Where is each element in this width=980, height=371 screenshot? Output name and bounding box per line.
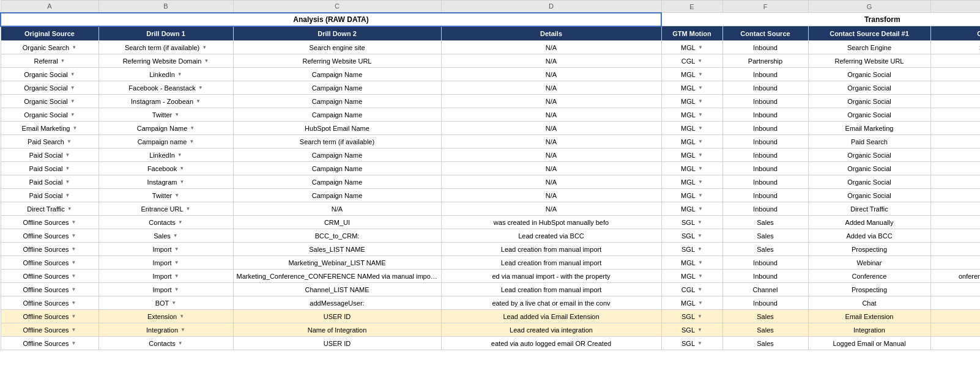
dropdown-icon[interactable]: ▼ [697, 233, 702, 238]
cell-c-11[interactable]: Campaign Name [233, 175, 441, 189]
cell-c-13[interactable]: N/A [233, 202, 441, 216]
cell-d-1[interactable]: N/A [441, 41, 661, 54]
cell-a-2[interactable]: Referral▼ [1, 54, 98, 68]
cell-b-8[interactable]: Campaign name▼ [98, 135, 233, 149]
cell-g-5[interactable]: Organic Social [808, 95, 930, 108]
cell-h-22[interactable]: Name of Integration [930, 323, 980, 337]
cell-f-6[interactable]: Inbound [722, 108, 808, 122]
dropdown-icon[interactable]: ▼ [179, 314, 184, 319]
cell-c-1[interactable]: Search engine site [233, 41, 441, 54]
dropdown-icon[interactable]: ▼ [178, 219, 183, 225]
dropdown-icon[interactable]: ▼ [72, 273, 76, 279]
dropdown-icon[interactable]: ▼ [190, 125, 195, 131]
cell-d-12[interactable]: N/A [441, 189, 661, 202]
cell-e-3[interactable]: MGL▼ [661, 68, 722, 81]
dropdown-icon[interactable]: ▼ [698, 300, 703, 306]
cell-e-7[interactable]: MGL▼ [661, 122, 722, 135]
dropdown-icon[interactable]: ▼ [174, 260, 179, 265]
cell-d-18[interactable]: ed via manual import - with the property [441, 270, 661, 283]
dropdown-icon[interactable]: ▼ [72, 45, 76, 50]
cell-c-15[interactable]: BCC_to_CRM: [233, 229, 441, 243]
cell-d-10[interactable]: N/A [441, 162, 661, 175]
dropdown-icon[interactable]: ▼ [72, 246, 76, 252]
cell-b-18[interactable]: Import▼ [98, 270, 233, 283]
cell-b-14[interactable]: Contacts▼ [98, 216, 233, 229]
cell-e-20[interactable]: MGL▼ [661, 296, 722, 310]
dropdown-icon[interactable]: ▼ [698, 179, 703, 185]
cell-a-14[interactable]: Offline Sources▼ [1, 216, 98, 229]
col-letter-e[interactable]: E [661, 1, 722, 13]
cell-g-19[interactable]: Prospecting [808, 283, 930, 296]
cell-e-13[interactable]: MGL▼ [661, 202, 722, 216]
cell-g-11[interactable]: Organic Social [808, 175, 930, 189]
cell-h-8[interactable] [930, 135, 980, 149]
cell-a-5[interactable]: Organic Social▼ [1, 95, 98, 108]
cell-g-1[interactable]: Search Engine [808, 41, 930, 54]
cell-e-17[interactable]: MGL▼ [661, 256, 722, 270]
cell-f-4[interactable]: Inbound [722, 81, 808, 95]
cell-g-2[interactable]: Referring Website URL [808, 54, 930, 68]
cell-d-2[interactable]: N/A [441, 54, 661, 68]
dropdown-icon[interactable]: ▼ [697, 246, 702, 252]
cell-g-12[interactable]: Organic Social [808, 189, 930, 202]
cell-g-13[interactable]: Direct Traffic [808, 202, 930, 216]
cell-c-12[interactable]: Campaign Name [233, 189, 441, 202]
cell-c-18[interactable]: Marketing_Conference_CONFERENCE NAMed vi… [233, 270, 441, 283]
cell-f-10[interactable]: Inbound [722, 162, 808, 175]
cell-c-7[interactable]: HubSpot Email Name [233, 122, 441, 135]
dropdown-icon[interactable]: ▼ [174, 112, 179, 117]
cell-f-16[interactable]: Sales [722, 243, 808, 256]
dropdown-icon[interactable]: ▼ [698, 166, 703, 171]
cell-a-1[interactable]: Organic Search▼ [1, 41, 98, 54]
cell-f-1[interactable]: Inbound [722, 41, 808, 54]
dropdown-icon[interactable]: ▼ [180, 327, 185, 332]
cell-h-16[interactable]: List Name [930, 243, 980, 256]
cell-a-11[interactable]: Paid Social▼ [1, 175, 98, 189]
cell-b-20[interactable]: BOT▼ [98, 296, 233, 310]
cell-f-22[interactable]: Sales [722, 323, 808, 337]
cell-e-9[interactable]: MGL▼ [661, 149, 722, 162]
col-letter-d[interactable]: D [441, 1, 661, 13]
cell-g-4[interactable]: Organic Social [808, 81, 930, 95]
cell-d-11[interactable]: N/A [441, 175, 661, 189]
cell-g-21[interactable]: Email Extension [808, 310, 930, 323]
col-letter-b[interactable]: B [98, 1, 233, 13]
cell-c-5[interactable]: Campaign Name [233, 95, 441, 108]
cell-h-19[interactable]: LIst Name [930, 283, 980, 296]
cell-a-20[interactable]: Offline Sources▼ [1, 296, 98, 310]
cell-h-21[interactable]: Person [930, 310, 980, 323]
cell-a-23[interactable]: Offline Sources▼ [1, 337, 98, 350]
col-header-e[interactable]: GTM Motion [661, 26, 722, 41]
cell-h-15[interactable] [930, 229, 980, 243]
cell-d-3[interactable]: N/A [441, 68, 661, 81]
cell-d-15[interactable]: Lead created via BCC [441, 229, 661, 243]
cell-c-8[interactable]: Search term (if available) [233, 135, 441, 149]
dropdown-icon[interactable]: ▼ [72, 300, 76, 306]
cell-d-16[interactable]: Lead creation from manual import [441, 243, 661, 256]
cell-f-18[interactable]: Inbound [722, 270, 808, 283]
dropdown-icon[interactable]: ▼ [65, 166, 70, 171]
cell-b-19[interactable]: Import▼ [98, 283, 233, 296]
col-header-d[interactable]: Details [441, 26, 661, 41]
dropdown-icon[interactable]: ▼ [698, 45, 703, 50]
cell-a-3[interactable]: Organic Social▼ [1, 68, 98, 81]
cell-b-2[interactable]: Referring Website Domain▼ [98, 54, 233, 68]
dropdown-icon[interactable]: ▼ [179, 166, 184, 171]
cell-f-7[interactable]: Inbound [722, 122, 808, 135]
cell-c-23[interactable]: USER ID [233, 337, 441, 350]
dropdown-icon[interactable]: ▼ [202, 45, 207, 50]
cell-b-12[interactable]: Twitter▼ [98, 189, 233, 202]
dropdown-icon[interactable]: ▼ [72, 314, 76, 319]
cell-e-12[interactable]: MGL▼ [661, 189, 722, 202]
cell-e-10[interactable]: MGL▼ [661, 162, 722, 175]
cell-c-17[interactable]: Marketing_Webinar_LIST NAME [233, 256, 441, 270]
cell-a-4[interactable]: Organic Social▼ [1, 81, 98, 95]
col-header-h[interactable]: Contact Source Detail #2 [930, 26, 980, 41]
dropdown-icon[interactable]: ▼ [171, 300, 176, 306]
cell-h-4[interactable]: Facebook - Beanstack [930, 81, 980, 95]
cell-h-10[interactable]: Facebook - Beanstack [930, 162, 980, 175]
cell-e-5[interactable]: MGL▼ [661, 95, 722, 108]
col-letter-g[interactable]: G [808, 1, 930, 13]
dropdown-icon[interactable]: ▼ [70, 85, 75, 90]
dropdown-icon[interactable]: ▼ [61, 58, 65, 64]
